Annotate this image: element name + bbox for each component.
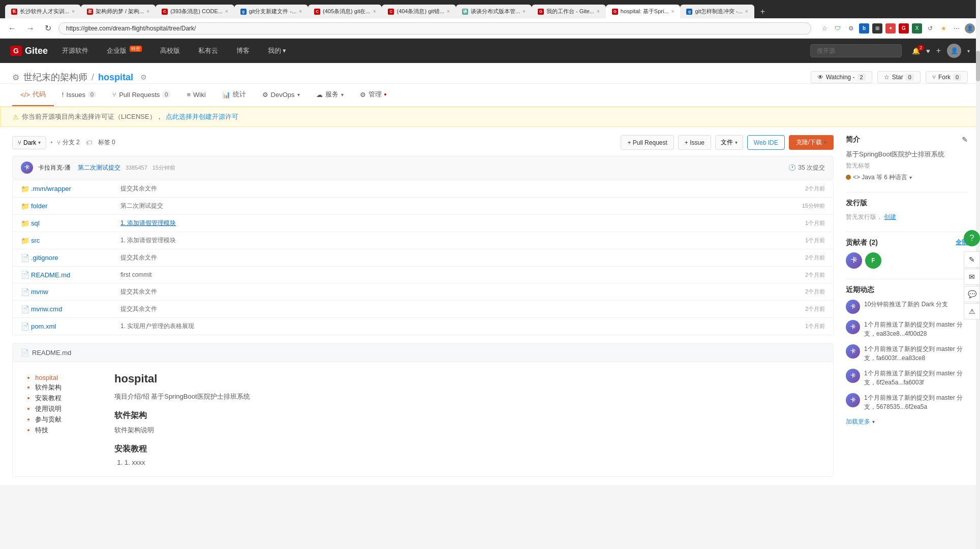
ext-icon5[interactable]: X	[912, 23, 922, 34]
nav-mine[interactable]: 我的 ▾	[264, 46, 291, 55]
tab-9[interactable]: G hospital: 基于Spri... ×	[606, 5, 681, 18]
commit-author[interactable]: 卡拉肖克-潘	[38, 164, 71, 172]
commit-msg-link-2[interactable]: 1. 添加请假管理模块	[120, 219, 176, 227]
star-icon[interactable]: ☆	[819, 23, 830, 34]
load-more-btn[interactable]: 加载更多 ▾	[846, 417, 968, 426]
watching-btn[interactable]: 👁 Watching - 2	[811, 71, 872, 83]
notification-btn[interactable]: 🔔 2	[912, 47, 920, 55]
commit-count[interactable]: 🕐 35 次提交	[788, 164, 825, 172]
tab-close-4[interactable]: ×	[299, 9, 302, 14]
address-input[interactable]	[58, 22, 811, 35]
bookmark-icon[interactable]: ★	[938, 23, 948, 34]
nav-tab-code[interactable]: </> 代码	[12, 84, 54, 106]
edit-float-btn[interactable]: ✎	[964, 251, 980, 268]
message-float-btn[interactable]: ✉	[964, 269, 980, 285]
create-btn[interactable]: +	[936, 46, 941, 55]
search-input[interactable]	[810, 44, 902, 57]
chevron-down-icon[interactable]: ▾	[967, 48, 970, 54]
nav-tab-manage[interactable]: ⚙ 管理 •	[352, 84, 395, 106]
tab-close-7[interactable]: ×	[523, 9, 526, 14]
file-name-5[interactable]: README.md	[31, 271, 112, 279]
nav-opensource[interactable]: 开源软件	[58, 46, 93, 55]
commit-hash[interactable]: 3385457	[126, 165, 147, 171]
fork-btn[interactable]: ⑂ Fork 0	[926, 71, 968, 83]
tab-10[interactable]: g git怎样制造冲突 -... ×	[680, 5, 754, 18]
pull-request-btn[interactable]: + Pull Request	[621, 135, 673, 150]
file-name-2[interactable]: sql	[31, 219, 112, 227]
nav-university[interactable]: 高校版	[156, 46, 184, 55]
refresh-btn[interactable]: ↻	[42, 21, 54, 35]
gitee-logo[interactable]: G Gitee	[10, 46, 48, 56]
settings-icon[interactable]: ⚙	[140, 73, 147, 81]
ext-icon1[interactable]: b	[859, 23, 869, 34]
nav-tab-wiki[interactable]: ≡ Wiki	[178, 84, 213, 106]
nav-enterprise[interactable]: 企业版 特更	[103, 46, 146, 55]
tab-5[interactable]: C (405条消息) git在... ×	[308, 5, 382, 18]
tag-count[interactable]: 标签 0	[98, 138, 115, 147]
warning-float-btn[interactable]: ⚠	[964, 303, 980, 319]
contributor-avatar-1[interactable]: 卡	[846, 252, 862, 269]
new-tab-btn[interactable]: +	[756, 5, 769, 18]
clone-btn[interactable]: 克隆/下载 ▾	[789, 135, 834, 150]
back-btn[interactable]: ←	[5, 22, 19, 35]
scrollbar-thumb[interactable]	[976, 51, 980, 81]
file-name-8[interactable]: pom.xml	[31, 322, 112, 330]
nav-tab-service[interactable]: ☁ 服务 ▾	[308, 84, 352, 106]
contributor-avatar-2[interactable]: F	[865, 252, 881, 269]
nav-tab-pr[interactable]: ⑂ Pull Requests 0	[104, 84, 178, 106]
release-create-link[interactable]: 创建	[884, 213, 896, 220]
commit-message[interactable]: 第二次测试提交	[78, 164, 120, 172]
heart-btn[interactable]: ♥	[926, 47, 930, 55]
nav-tab-stats[interactable]: 📊 统计	[214, 84, 254, 106]
edit-icon[interactable]: ✎	[962, 136, 968, 144]
branch-selector[interactable]: ⑂ Dark ▾	[12, 136, 46, 149]
refresh2-icon[interactable]: ↺	[925, 23, 935, 34]
tab-2[interactable]: 架 架构师的梦 / 架构... ×	[81, 5, 156, 18]
webide-btn[interactable]: Web IDE	[747, 135, 785, 150]
tab-close-10[interactable]: ×	[745, 9, 748, 14]
forward-btn[interactable]: →	[23, 22, 38, 35]
file-btn[interactable]: 文件 ▾	[715, 135, 743, 150]
nav-tab-issues[interactable]: ! Issues 0	[54, 84, 104, 106]
toc-item-1[interactable]: 软件架构	[35, 383, 104, 392]
tab-6[interactable]: C (404条消息) git错... ×	[382, 5, 455, 18]
tab-8[interactable]: G 我的工作台 - Gite... ×	[532, 5, 606, 18]
file-name-1[interactable]: folder	[31, 202, 112, 210]
branch-count[interactable]: ⑂ 分支 2	[57, 138, 80, 147]
tab-close-6[interactable]: ×	[447, 9, 450, 14]
nav-private[interactable]: 私有云	[194, 46, 222, 55]
tab-3[interactable]: C (393条消息) CODE... ×	[156, 5, 234, 18]
avatar-btn[interactable]: 👤	[947, 44, 961, 58]
file-name-6[interactable]: mvnw	[31, 288, 112, 296]
comment-float-btn[interactable]: 💬	[964, 286, 980, 302]
file-name-3[interactable]: src	[31, 237, 112, 244]
tab-close-1[interactable]: ×	[72, 9, 75, 14]
toc-item-2[interactable]: 安装教程	[35, 394, 104, 403]
tab-close-9[interactable]: ×	[671, 9, 675, 14]
toc-item-3[interactable]: 使用说明	[35, 404, 104, 413]
tab-close-8[interactable]: ×	[597, 9, 600, 14]
tab-4[interactable]: g git分支新建文件 -... ×	[234, 5, 308, 18]
toc-item-4[interactable]: 参与贡献	[35, 415, 104, 424]
repo-owner[interactable]: 世纪末的架构师	[23, 71, 87, 83]
more-icon[interactable]: ⋯	[952, 23, 962, 34]
file-name-7[interactable]: mvnw.cmd	[31, 305, 112, 313]
file-name-0[interactable]: .mvn/wrapper	[31, 185, 112, 192]
tab-close-5[interactable]: ×	[373, 9, 376, 14]
toc-item-5[interactable]: 特技	[35, 426, 104, 435]
license-link[interactable]: 点此选择并创建开源许可	[166, 112, 238, 121]
sidebar-lang[interactable]: <> Java 等 6 种语言 ▾	[846, 173, 968, 182]
ext-icon3[interactable]: ✦	[885, 23, 896, 34]
toc-item-0[interactable]: hospital	[35, 374, 104, 381]
nav-blog[interactable]: 博客	[232, 46, 254, 55]
file-name-4[interactable]: .gitignore	[31, 254, 112, 262]
tab-1[interactable]: 长 长沙软件人才实训... ×	[5, 5, 81, 18]
tab-7[interactable]: 谈 谈谈分布式版本管... ×	[456, 5, 532, 18]
ext-icon4[interactable]: G	[899, 23, 909, 34]
nav-tab-devops[interactable]: ⚙ DevOps ▾	[254, 84, 308, 106]
help-btn[interactable]: ?	[964, 230, 980, 246]
issue-btn[interactable]: + Issue	[678, 135, 711, 150]
repo-name[interactable]: hospital	[98, 72, 133, 83]
tab-close-2[interactable]: ×	[146, 9, 149, 14]
settings-icon[interactable]: ⚙	[846, 23, 856, 34]
